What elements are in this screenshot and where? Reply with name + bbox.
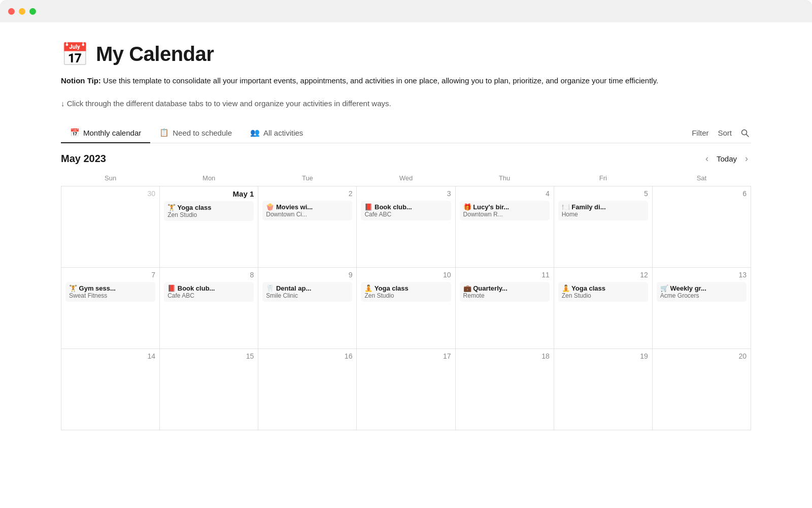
svg-line-1 [747,135,749,137]
event-title: 📕 Book club... [364,203,447,211]
event-location: Downtown Ci... [266,211,349,218]
day-number: 9 [262,271,352,279]
calendar-day[interactable]: 8📕 Book club...Cafe ABC [160,267,258,348]
event-title: 🎁 Lucy's bir... [463,203,546,211]
weekday-tue: Tue [258,170,357,186]
event-card[interactable]: 🦷 Dental ap...Smile Clinic [262,282,352,302]
filter-button[interactable]: Filter [692,129,708,137]
tab-monthly-label: Monthly calendar [83,129,141,137]
tabs-left: 📅 Monthly calendar 📋 Need to schedule 👥 … [61,123,692,143]
tabs-bar: 📅 Monthly calendar 📋 Need to schedule 👥 … [61,123,751,143]
day-number: 11 [460,271,550,279]
event-card[interactable]: 🏋️ Yoga classZen Studio [164,201,254,221]
calendar-day[interactable]: 4🎁 Lucy's bir...Downtown R... [455,186,554,267]
day-number: 16 [262,352,352,360]
calendar-day[interactable]: 16 [258,348,357,430]
next-month-button[interactable]: › [742,152,751,165]
event-location: Cafe ABC [364,211,447,218]
event-title: 🍿 Movies wi... [266,203,349,211]
calendar-day[interactable]: 14 [61,348,160,430]
event-card[interactable]: 🎁 Lucy's bir...Downtown R... [460,201,550,220]
calendar-day[interactable]: 3📕 Book club...Cafe ABC [357,186,455,267]
event-card[interactable]: 🛒 Weekly gr...Acme Grocers [657,282,747,302]
monthly-calendar-icon: 📅 [70,128,80,137]
tab-all-activities[interactable]: 👥 All activities [241,123,312,143]
event-title: 🧘 Yoga class [562,284,645,292]
page-emoji: 📅 [61,43,89,66]
event-title: 🦷 Dental ap... [266,284,349,292]
tab-need-to-schedule[interactable]: 📋 Need to schedule [150,123,241,143]
day-number: 4 [460,189,550,198]
prev-month-button[interactable]: ‹ [702,152,712,165]
maximize-button[interactable] [29,8,36,15]
event-title: 🧘 Yoga class [364,284,447,292]
today-button[interactable]: Today [717,154,737,163]
day-number: 8 [164,271,254,279]
page-title: My Calendar [96,43,214,66]
event-title: 📕 Book club... [167,284,250,292]
sort-button[interactable]: Sort [718,129,732,137]
calendar-grid: Sun Mon Tue Wed Thu Fri Sat 30May 1🏋️ Yo… [61,170,751,430]
event-card[interactable]: 💼 Quarterly...Remote [460,282,550,302]
event-location: Remote [463,292,546,299]
event-location: Zen Studio [167,211,250,218]
event-card[interactable]: 🧘 Yoga classZen Studio [361,282,451,302]
event-location: Zen Studio [562,292,645,299]
day-number: 10 [361,271,451,279]
calendar-day[interactable]: 11💼 Quarterly...Remote [455,267,554,348]
event-location: Downtown R... [463,211,546,218]
event-card[interactable]: 🍽️ Family di...Home [558,201,648,220]
search-button[interactable] [741,128,749,137]
calendar-day[interactable]: May 1🏋️ Yoga classZen Studio [160,186,258,267]
page-header: 📅 My Calendar [61,43,751,66]
calendar-day[interactable]: 15 [160,348,258,430]
weekday-sun: Sun [61,170,160,186]
calendar-day[interactable]: 2🍿 Movies wi...Downtown Ci... [258,186,357,267]
window-chrome [0,0,812,22]
weekday-fri: Fri [554,170,652,186]
day-number: 20 [657,352,747,360]
event-title: 🏋️ Gym sess... [69,284,152,292]
page-content: 📅 My Calendar Notion Tip: Use this templ… [0,22,812,461]
tab-monthly-calendar[interactable]: 📅 Monthly calendar [61,123,150,143]
calendar-day[interactable]: 5🍽️ Family di...Home [554,186,652,267]
day-number: 14 [65,352,155,360]
calendar-day[interactable]: 17 [357,348,455,430]
calendar-day[interactable]: 13🛒 Weekly gr...Acme Grocers [652,267,751,348]
calendar-day[interactable]: 18 [455,348,554,430]
close-button[interactable] [8,8,15,15]
day-number: 3 [361,189,451,198]
weekday-sat: Sat [652,170,751,186]
schedule-icon: 📋 [159,128,169,137]
calendar-day[interactable]: 12🧘 Yoga classZen Studio [554,267,652,348]
event-card[interactable]: 📕 Book club...Cafe ABC [361,201,451,220]
event-card[interactable]: 🍿 Movies wi...Downtown Ci... [262,201,352,220]
calendar-day[interactable]: 30 [61,186,160,267]
tab-schedule-label: Need to schedule [173,129,232,137]
tip-paragraph: Notion Tip: Use this template to consoli… [61,75,751,87]
event-card[interactable]: 🧘 Yoga classZen Studio [558,282,648,302]
day-number: 2 [262,189,352,198]
calendar-day[interactable]: 6 [652,186,751,267]
day-number: May 1 [164,189,254,198]
event-card[interactable]: 📕 Book club...Cafe ABC [164,282,254,302]
calendar-section: May 2023 ‹ Today › Sun Mon Tue Wed Thu F… [61,143,751,430]
event-title: 💼 Quarterly... [463,284,546,292]
calendar-day[interactable]: 10🧘 Yoga classZen Studio [357,267,455,348]
calendar-day[interactable]: 19 [554,348,652,430]
calendar-day[interactable]: 7🏋️ Gym sess...Sweat Fitness [61,267,160,348]
day-number: 13 [657,271,747,279]
event-title: 🍽️ Family di... [562,203,645,211]
day-number: 12 [558,271,648,279]
event-location: Home [562,211,645,218]
day-number: 15 [164,352,254,360]
tip-content: Use this template to consolidate all you… [103,76,658,85]
tab-all-label: All activities [263,129,303,137]
subtitle-text: ↓ Click through the different database t… [61,99,751,108]
minimize-button[interactable] [19,8,25,15]
weekday-wed: Wed [357,170,455,186]
calendar-day[interactable]: 9🦷 Dental ap...Smile Clinic [258,267,357,348]
calendar-day[interactable]: 20 [652,348,751,430]
day-number: 5 [558,189,648,198]
event-card[interactable]: 🏋️ Gym sess...Sweat Fitness [65,282,155,302]
